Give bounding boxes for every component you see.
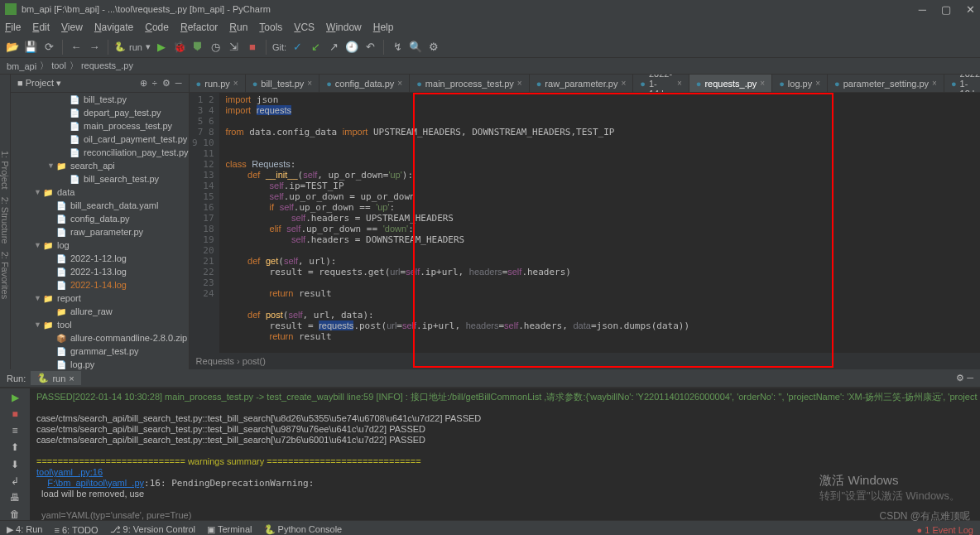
trash-icon[interactable]: 🗑 — [8, 508, 22, 520]
tree-item[interactable]: 📄2022-1-14.log — [11, 278, 189, 292]
gear-icon[interactable]: ⚙ — [162, 78, 171, 89]
menu-code[interactable]: Code — [145, 22, 169, 33]
editor-breadcrumb[interactable]: Requests › post() — [190, 353, 980, 369]
tree-item[interactable]: 📄main_process_test.py — [11, 119, 189, 133]
close-icon[interactable]: × — [307, 79, 312, 88]
tree-item[interactable]: ▼📁log — [11, 239, 189, 252]
up-icon[interactable]: ⬆ — [8, 441, 22, 453]
run-settings-icon[interactable]: ⚙ ─ — [956, 373, 973, 383]
run-icon[interactable]: ▶ — [154, 40, 169, 55]
tree-item[interactable]: 📄config_data.py — [11, 212, 189, 225]
menu-tools[interactable]: Tools — [259, 22, 282, 33]
tree-item[interactable]: 📄raw_parameter.py — [11, 225, 189, 239]
menu-run[interactable]: Run — [229, 22, 247, 33]
menu-window[interactable]: Window — [326, 22, 362, 33]
tree-item[interactable]: 📄2022-1-12.log — [11, 252, 189, 265]
run-config-selector[interactable]: 🐍 run ▾ — [114, 41, 151, 52]
tree-item[interactable]: 📄bill_search_data.yaml — [11, 199, 189, 212]
tree-item[interactable]: 📄oil_card_payment_test.py — [11, 133, 189, 146]
structure-icon[interactable]: ↯ — [390, 40, 405, 55]
tree-item[interactable]: ▼📁search_api — [11, 159, 189, 172]
tree-item[interactable]: ▼📁report — [11, 292, 189, 305]
tree-item[interactable]: 📄2022-1-13.log — [11, 265, 189, 278]
editor-tab[interactable]: ●run.py× — [190, 75, 246, 93]
editor-tab[interactable]: ●main_process_test.py× — [410, 75, 530, 93]
minimize-button[interactable]: ─ — [919, 3, 926, 16]
pause-icon[interactable]: ≡ — [8, 425, 22, 436]
close-icon[interactable]: × — [815, 79, 820, 88]
bottom-tool-item[interactable]: ▶ 4: Run — [7, 524, 42, 535]
breadcrumb-item[interactable]: bm_api — [7, 61, 36, 71]
print-icon[interactable]: 🖶 — [8, 492, 22, 504]
run-tab[interactable]: 🐍 run × — [31, 371, 80, 385]
project-tree[interactable]: 📄bill_test.py 📄depart_pay_test.py 📄main_… — [11, 93, 189, 369]
maximize-button[interactable]: ▢ — [941, 3, 951, 16]
editor-tab[interactable]: ●parameter_setting.py× — [828, 75, 944, 93]
close-icon[interactable]: × — [517, 79, 522, 88]
menu-help[interactable]: Help — [373, 22, 394, 33]
wrap-icon[interactable]: ↲ — [8, 475, 22, 487]
close-icon[interactable]: × — [760, 79, 765, 88]
menu-file[interactable]: File — [5, 22, 21, 33]
tree-item[interactable]: ▼📁data — [11, 186, 189, 199]
git-commit-icon[interactable]: ↙ — [308, 40, 323, 55]
code-editor[interactable]: 1 2 3 4 5 6 7 8 9 10 11 12 13 14 15 16 1… — [190, 93, 980, 353]
back-icon[interactable]: ← — [69, 40, 84, 55]
menu-vcs[interactable]: VCS — [294, 22, 315, 33]
rerun-icon[interactable]: ▶ — [8, 392, 22, 403]
tree-item[interactable]: ▼📁tool — [11, 318, 189, 331]
tree-item[interactable]: 📦allure-commandline-2.8.0.zip — [11, 331, 189, 345]
tree-item[interactable]: 📄grammar_test.py — [11, 345, 189, 358]
menu-edit[interactable]: Edit — [32, 22, 50, 33]
scroll-icon[interactable]: ⊕ — [140, 78, 147, 89]
close-icon[interactable]: × — [932, 79, 937, 88]
editor-tab[interactable]: ●bill_test.py× — [246, 75, 319, 93]
forward-icon[interactable]: → — [87, 40, 102, 55]
menu-refactor[interactable]: Refactor — [180, 22, 218, 33]
close-icon[interactable]: × — [621, 79, 626, 88]
git-push-icon[interactable]: ↗ — [326, 40, 341, 55]
close-icon[interactable]: × — [233, 79, 238, 88]
search-icon[interactable]: 🔍 — [408, 40, 423, 55]
tree-item[interactable]: 📄bill_search_test.py — [11, 172, 189, 186]
editor-tab[interactable]: ●log.py× — [772, 75, 828, 93]
coverage-icon[interactable]: ⛊ — [190, 40, 205, 55]
profile-icon[interactable]: ◷ — [209, 40, 223, 55]
bottom-tool-item[interactable]: ≡ 6: TODO — [54, 525, 98, 535]
stop-run-icon[interactable]: ■ — [8, 408, 22, 420]
close-icon[interactable]: × — [397, 79, 402, 88]
close-button[interactable]: ✕ — [966, 3, 975, 16]
git-history-icon[interactable]: 🕘 — [344, 40, 359, 55]
tree-item[interactable]: 📄reconciliation_pay_test.py — [11, 146, 189, 159]
bottom-tool-item[interactable]: ⎇ 9: Version Control — [110, 524, 196, 535]
editor-tab[interactable]: ●requests_.py× — [689, 75, 772, 93]
editor-tab[interactable]: ●2022-1-12.log× — [944, 75, 980, 93]
save-icon[interactable]: 💾 — [23, 40, 38, 55]
refresh-icon[interactable]: ⟳ — [41, 40, 56, 55]
editor-tab[interactable]: ●raw_parameter.py× — [530, 75, 634, 93]
open-icon[interactable]: 📂 — [5, 40, 20, 55]
breadcrumb-item[interactable]: 〉 tool — [40, 60, 66, 72]
menu-view[interactable]: View — [61, 22, 83, 33]
left-tool-rail[interactable]: 1: Project 2: Structure 2: Favorites — [0, 75, 11, 369]
git-update-icon[interactable]: ✓ — [290, 40, 305, 55]
bottom-tool-item[interactable]: 🐍 Python Console — [264, 524, 343, 535]
bottom-tool-item[interactable]: ▣ Terminal — [207, 524, 252, 535]
console-output[interactable]: PASSED[2022-01-14 10:30:28] main_process… — [30, 388, 980, 520]
settings-icon[interactable]: ⚙ — [426, 40, 441, 55]
tree-item[interactable]: 📄log.py — [11, 358, 189, 369]
tree-item[interactable]: 📁allure_raw — [11, 305, 189, 318]
breadcrumb-item[interactable]: 〉 requests_.py — [70, 60, 133, 72]
debug-icon[interactable]: 🐞 — [172, 40, 187, 55]
git-revert-icon[interactable]: ↶ — [363, 40, 377, 55]
stop-icon[interactable]: ■ — [245, 40, 260, 55]
collapse-icon[interactable]: ÷ — [152, 78, 157, 89]
menu-navigate[interactable]: Navigate — [94, 22, 133, 33]
hide-icon[interactable]: ─ — [175, 78, 182, 89]
attach-icon[interactable]: ⇲ — [227, 40, 242, 55]
close-icon[interactable]: × — [677, 79, 682, 88]
down-icon[interactable]: ⬇ — [8, 459, 22, 470]
event-log[interactable]: ● 1 Event Log — [917, 525, 973, 535]
code-content[interactable]: import json import requests from data.co… — [219, 93, 980, 353]
editor-tab[interactable]: ●config_data.py× — [319, 75, 410, 93]
